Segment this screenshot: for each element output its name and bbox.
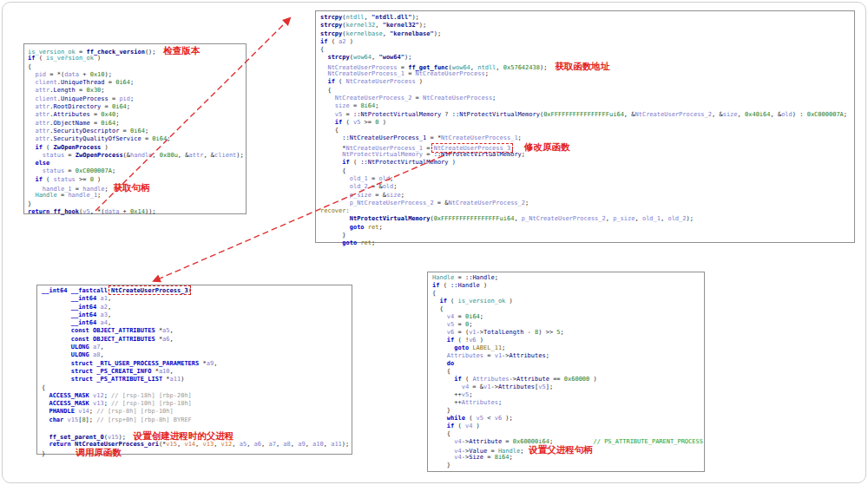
code-token — [42, 295, 71, 302]
code-token: a9 — [298, 441, 305, 448]
code-token — [320, 215, 350, 222]
code-token: goto — [342, 239, 357, 246]
code-token: 0x40i64 — [745, 111, 771, 118]
code-token: ]; — [86, 416, 97, 423]
code-token: ( — [454, 423, 465, 429]
code-token: ObjectName — [54, 120, 90, 127]
code-token: { — [320, 46, 324, 53]
code-token: 0i64 — [152, 135, 167, 142]
code-line: ::NtCreateUserProcess_1 = *NtCreateUserP… — [320, 134, 850, 142]
code-line: PHANDLE v14; // [rsp-8h] [rbp-10h] — [42, 408, 347, 416]
code-token: , — [108, 295, 111, 302]
code-token: _RTL_USER_PROCESS_PARAMETERS — [96, 360, 199, 367]
code-token: if — [35, 176, 42, 183]
code-token — [42, 344, 71, 351]
code-token: + — [79, 71, 90, 78]
code-token: NtCreateUserProcess_2 — [449, 200, 526, 206]
code-token — [432, 344, 454, 351]
code-token: NtCreateUserProcess — [416, 70, 485, 77]
code-token: attr — [35, 103, 49, 110]
code-token: ( — [462, 376, 473, 383]
code-line: __int64 a3, — [42, 311, 347, 319]
code-token: is_version_ok — [458, 298, 506, 305]
code-box-hook-install: strcpy(ntdll, "ntdll.dll");strcpy(kernel… — [315, 10, 855, 243]
code-token — [432, 360, 447, 367]
ida-analysis-diagram: is_version_ok = ff_check_version(); 检查版本… — [0, 0, 868, 485]
code-token: 0xFFFFFFFFFFFFFFFFui64 — [543, 111, 624, 118]
code-token: 0xFFFFFFFFFFFFFFFFui64 — [434, 215, 515, 222]
annotation-label: 检查版本 — [156, 45, 201, 56]
code-token — [42, 351, 71, 358]
code-line: } — [28, 200, 242, 208]
code-token — [432, 321, 447, 328]
code-token: kernelbase — [346, 30, 383, 37]
code-token: struct — [71, 376, 93, 383]
code-line: if ( is_version_ok ) — [28, 55, 242, 62]
code-token: , — [170, 368, 174, 375]
code-token: ) — [449, 159, 456, 166]
code-token: ++ — [432, 391, 462, 398]
code-token: Size — [469, 454, 483, 461]
code-token: = — [423, 151, 434, 158]
code-line: if ( v4 ) — [432, 423, 700, 430]
code-line: attr.SecurityQualityOfService = 0i64; — [28, 135, 242, 143]
code-token: v14 — [78, 408, 89, 415]
code-token: , & — [712, 111, 723, 118]
code-line: { — [432, 290, 700, 298]
code-token: ) — [480, 282, 487, 289]
code-token: status — [43, 152, 64, 159]
code-token: ) — [94, 176, 101, 183]
code-token: v12 — [93, 392, 104, 399]
code-token: old — [781, 111, 792, 118]
code-token: = — [119, 128, 130, 134]
code-token: ); — [419, 22, 426, 29]
code-token: ( — [447, 298, 458, 305]
code-token: , & — [624, 111, 635, 118]
code-token: handle — [130, 152, 152, 159]
code-token: 0x80u — [160, 152, 178, 159]
code-token: ++ — [432, 399, 462, 406]
code-token: Length — [54, 87, 76, 94]
code-token: ( ! — [454, 337, 469, 344]
code-token: Handle — [432, 274, 454, 281]
code-line: const OBJECT_ATTRIBUTES *a6, — [42, 336, 347, 344]
code-token: attr — [35, 111, 49, 118]
code-token: ) — [416, 78, 423, 85]
code-token: = — [350, 102, 361, 109]
code-token: = — [454, 274, 465, 281]
code-token: v6 — [469, 337, 476, 344]
code-token: { — [28, 63, 31, 70]
code-token: , — [170, 327, 174, 334]
code-line: if ( ::NtProtectVirtualMemory ) — [320, 159, 850, 167]
code-line: { — [320, 46, 850, 54]
code-token: handle_1 — [68, 192, 97, 199]
code-token: , — [108, 311, 111, 318]
code-line: while ( v5 < v6 ); — [432, 415, 700, 423]
code-line: if ( ZwOpenProcess ) — [28, 144, 242, 152]
code-line: Handle = handle_1; — [28, 192, 242, 200]
code-token: , — [100, 344, 103, 351]
code-token: , — [514, 215, 521, 222]
code-line: struct _PS_ATTRIBUTE_LIST *a11) — [42, 376, 347, 383]
code-token: = — [141, 135, 153, 142]
code-token: ; — [844, 111, 847, 118]
code-token: ; — [112, 167, 115, 174]
code-token: attr — [189, 152, 204, 159]
code-line: { — [320, 127, 850, 134]
code-token: -> — [490, 383, 497, 390]
code-token: old_2 — [667, 215, 686, 222]
code-token: NtProtectVirtualMemory — [342, 151, 423, 158]
code-token — [42, 336, 71, 343]
code-token — [320, 192, 350, 199]
code-token: 0x40 — [101, 111, 115, 118]
code-token: __fastcall — [71, 287, 108, 294]
code-token: 0x10 — [90, 71, 105, 78]
code-token: * — [162, 376, 169, 383]
code-token: v4 — [454, 438, 461, 445]
code-token: ; — [393, 183, 397, 190]
code-token: ; — [469, 321, 472, 328]
code-token: , — [365, 14, 372, 21]
code-token: ; — [390, 175, 393, 182]
code-token: - — [523, 329, 535, 336]
code-token: v4 — [462, 383, 469, 390]
